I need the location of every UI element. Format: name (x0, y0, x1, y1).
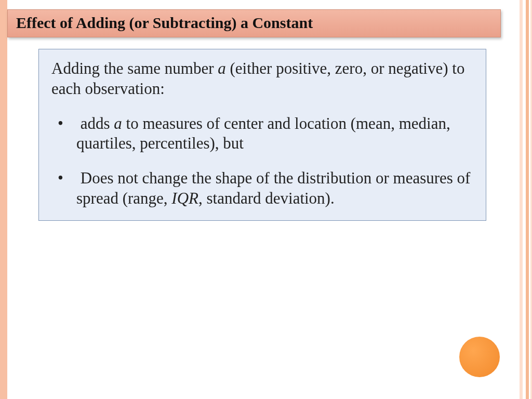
italic-variable: a (114, 114, 122, 132)
text-fragment: adds (81, 114, 114, 132)
text-fragment: to measures of center and location (mean… (76, 114, 450, 153)
bullet-item: Does not change the shape of the distrib… (51, 168, 475, 209)
decorative-circle-icon (459, 337, 500, 377)
slide-title: Effect of Adding (or Subtracting) a Cons… (7, 9, 501, 37)
italic-variable: IQR (171, 189, 198, 207)
intro-text: Adding the same number a (either positiv… (51, 59, 475, 99)
bullet-item: adds a to measures of center and locatio… (51, 114, 475, 154)
text-fragment: , standard deviation). (198, 189, 335, 207)
decorative-right-rail (520, 0, 523, 399)
italic-variable: a (218, 59, 226, 77)
decorative-right-rail (526, 0, 529, 399)
content-box: Adding the same number a (either positiv… (38, 49, 486, 221)
text-fragment: Adding the same number (51, 59, 218, 77)
slide: Effect of Adding (or Subtracting) a Cons… (0, 0, 532, 399)
decorative-left-rail (0, 0, 7, 399)
